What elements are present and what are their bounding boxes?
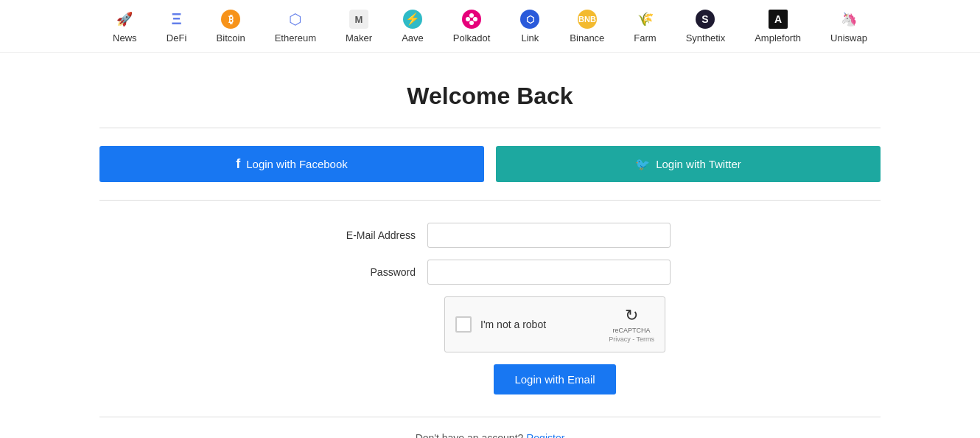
nav-item-maker[interactable]: M Maker [331, 6, 387, 46]
email-form-row: E-Mail Address [99, 223, 881, 248]
bottom-divider [99, 417, 881, 417]
nav-item-news[interactable]: 🚀 News [98, 6, 152, 46]
twitter-login-button[interactable]: 🐦 Login with Twitter [496, 146, 881, 182]
social-divider [99, 200, 881, 201]
password-label: Password [309, 266, 427, 278]
farm-icon: 🌾 [635, 9, 656, 29]
nav-item-bitcoin[interactable]: ₿ Bitcoin [202, 6, 260, 46]
nav-label-ampleforth: Ampleforth [755, 32, 801, 44]
nav-item-link[interactable]: ⬡ Link [505, 6, 555, 46]
captcha-brand: reCAPTCHA [613, 327, 651, 334]
password-form-row: Password [99, 260, 881, 285]
facebook-icon: f [236, 156, 240, 172]
nav-label-ethereum: Ethereum [275, 32, 316, 44]
twitter-icon: 🐦 [635, 157, 650, 171]
maker-icon: M [349, 9, 369, 29]
binance-icon: BNB [577, 9, 598, 29]
svg-point-8 [469, 21, 474, 25]
nav-label-maker: Maker [346, 32, 372, 44]
email-login-button[interactable]: Login with Email [494, 364, 615, 394]
synthetix-icon: S [695, 9, 715, 29]
nav-label-farm: Farm [634, 32, 656, 44]
login-btn-row: Login with Email [99, 364, 881, 394]
recaptcha-icon: ↻ [625, 306, 638, 325]
twitter-login-label: Login with Twitter [656, 158, 741, 170]
captcha-links: Privacy - Terms [609, 336, 654, 343]
svg-point-6 [462, 10, 481, 29]
news-icon: 🚀 [114, 9, 135, 29]
nav-item-polkadot[interactable]: Polkadot [438, 6, 505, 46]
captcha-logo: ↻ reCAPTCHA Privacy - Terms [609, 306, 654, 343]
nav-label-binance: Binance [570, 32, 604, 44]
svg-text:⚡: ⚡ [405, 12, 420, 26]
nav-label-defi: DeFi [167, 32, 186, 44]
nav-label-bitcoin: Bitcoin [217, 32, 245, 44]
svg-text:S: S [702, 13, 709, 25]
facebook-login-button[interactable]: f Login with Facebook [99, 146, 484, 182]
svg-text:₿: ₿ [228, 13, 234, 25]
nav-label-synthetix: Synthetix [686, 32, 725, 44]
email-label: E-Mail Address [309, 229, 427, 241]
nav-label-link: Link [521, 32, 539, 44]
register-row: Don't have an account? Register [99, 432, 881, 438]
nav-item-synthetix[interactable]: S Synthetix [671, 6, 740, 46]
facebook-login-label: Login with Facebook [246, 158, 348, 170]
nav-item-farm[interactable]: 🌾 Farm [619, 6, 671, 46]
nav-item-ampleforth[interactable]: A Ampleforth [740, 6, 816, 46]
nav-label-news: News [113, 32, 137, 44]
uniswap-icon: 🦄 [839, 9, 859, 29]
no-account-text: Don't have an account? [416, 432, 524, 438]
nav-item-uniswap[interactable]: 🦄 Uniswap [816, 6, 882, 46]
captcha-label: I'm not a robot [480, 319, 600, 330]
password-input[interactable] [427, 260, 671, 285]
svg-point-10 [473, 17, 477, 21]
page-title: Welcome Back [99, 83, 881, 110]
bitcoin-icon: ₿ [220, 9, 241, 29]
title-divider [99, 128, 881, 128]
email-login-label: Login with Email [514, 373, 595, 386]
link-icon: ⬡ [519, 9, 540, 29]
ampleforth-icon: A [768, 9, 788, 29]
register-label: Register [526, 432, 564, 438]
svg-point-9 [466, 17, 470, 21]
nav-item-binance[interactable]: BNB Binance [555, 6, 619, 46]
nav-label-polkadot: Polkadot [453, 32, 491, 44]
register-link[interactable]: Register [526, 432, 564, 438]
polkadot-icon [461, 9, 482, 29]
svg-point-7 [469, 13, 474, 18]
top-navigation: 🚀 News Ξ DeFi ₿ Bitcoin ⬡ Ethereum M Mak… [0, 0, 980, 53]
svg-text:M: M [355, 14, 363, 25]
svg-text:BNB: BNB [578, 15, 596, 24]
nav-item-aave[interactable]: ⚡ Aave [387, 6, 438, 46]
nav-label-aave: Aave [402, 32, 424, 44]
main-content: Welcome Back f Login with Facebook 🐦 Log… [85, 53, 895, 438]
svg-text:A: A [774, 13, 782, 25]
social-login-buttons: f Login with Facebook 🐦 Login with Twitt… [99, 146, 881, 182]
ethereum-icon: ⬡ [285, 9, 306, 29]
aave-icon: ⚡ [402, 9, 423, 29]
nav-label-uniswap: Uniswap [830, 32, 867, 44]
nav-item-defi[interactable]: Ξ DeFi [152, 6, 202, 46]
captcha-checkbox[interactable] [455, 316, 472, 333]
nav-item-ethereum[interactable]: ⬡ Ethereum [260, 6, 331, 46]
defi-icon: Ξ [167, 9, 187, 29]
svg-text:⬡: ⬡ [526, 14, 534, 25]
captcha-box[interactable]: I'm not a robot ↻ reCAPTCHA Privacy - Te… [444, 296, 665, 352]
email-input[interactable] [427, 223, 671, 248]
captcha-row: I'm not a robot ↻ reCAPTCHA Privacy - Te… [99, 296, 881, 352]
